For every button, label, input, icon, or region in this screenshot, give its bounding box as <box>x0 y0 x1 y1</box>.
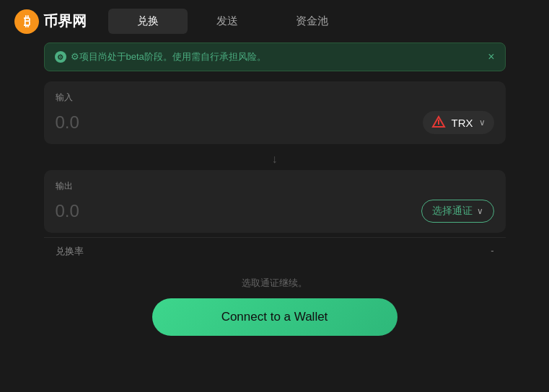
beta-warning-text: ⚙ ⚙项目尚处于beta阶段。使用需自行承担风险。 <box>55 50 266 63</box>
logo-text: 币界网 <box>43 12 87 31</box>
output-panel: 输出 0.0 选择通证 ∨ <box>44 170 506 233</box>
nav-tabs: 兑换 发送 资金池 <box>108 9 535 34</box>
header: ₿ 币界网 兑换 发送 资金池 <box>0 0 549 43</box>
tab-send[interactable]: 发送 <box>188 9 267 34</box>
bitcoin-logo-icon: ₿ <box>14 9 39 34</box>
output-value[interactable]: 0.0 <box>56 201 79 221</box>
beta-warning-message: ⚙项目尚处于beta阶段。使用需自行承担风险。 <box>71 50 266 63</box>
main-content: ⚙ ⚙项目尚处于beta阶段。使用需自行承担风险。 × 输入 0.0 TRX ∨… <box>30 43 520 336</box>
svg-text:₿: ₿ <box>24 14 30 28</box>
trx-chevron-icon: ∨ <box>479 117 486 128</box>
output-label: 输出 <box>56 180 494 192</box>
close-beta-warning-button[interactable]: × <box>488 51 494 63</box>
input-panel: 输入 0.0 TRX ∨ <box>44 81 506 144</box>
exchange-rate-label: 兑换率 <box>56 245 84 258</box>
token-select-label: 选择通证 <box>432 205 473 218</box>
tab-pool[interactable]: 资金池 <box>267 9 357 34</box>
input-row: 0.0 TRX ∨ <box>56 111 494 134</box>
trx-icon <box>431 115 446 130</box>
input-value[interactable]: 0.0 <box>56 112 79 133</box>
connect-wallet-button[interactable]: Connect to a Wallet <box>152 298 398 336</box>
token-select-chevron-icon: ∨ <box>477 206 483 216</box>
exchange-rate-value: - <box>491 245 493 258</box>
beta-warning-banner: ⚙ ⚙项目尚处于beta阶段。使用需自行承担风险。 × <box>44 43 506 71</box>
input-label: 输入 <box>56 92 494 104</box>
status-message: 选取通证继续。 <box>44 265 506 298</box>
exchange-rate-row: 兑换率 - <box>44 237 506 265</box>
logo: ₿ 币界网 <box>14 9 87 34</box>
tab-exchange[interactable]: 兑换 <box>108 9 188 34</box>
trx-token-name: TRX <box>452 117 473 129</box>
trx-token-selector[interactable]: TRX ∨ <box>423 111 494 134</box>
output-row: 0.0 选择通证 ∨ <box>56 200 494 223</box>
warning-icon: ⚙ <box>55 51 66 63</box>
swap-arrow-divider: ↓ <box>44 148 506 170</box>
token-select-button[interactable]: 选择通证 ∨ <box>421 200 494 223</box>
down-arrow-icon: ↓ <box>272 153 278 166</box>
